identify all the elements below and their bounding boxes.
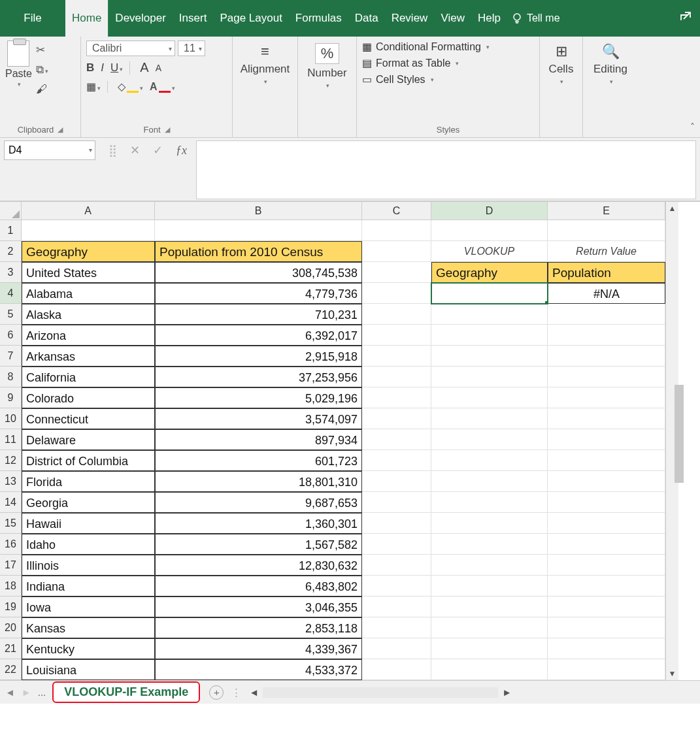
cell[interactable]: 6,392,017 xyxy=(155,325,362,346)
cell[interactable]: Indiana xyxy=(22,576,155,596)
cell[interactable]: Idaho xyxy=(22,534,155,555)
cell[interactable]: 2,853,118 xyxy=(155,617,362,638)
cell[interactable] xyxy=(362,325,431,346)
sheet-prev-button[interactable]: ◄ xyxy=(5,687,15,698)
number-button[interactable]: % Number ▾ xyxy=(303,41,351,91)
row-header[interactable]: 3 xyxy=(0,262,22,283)
row-header[interactable]: 22 xyxy=(0,659,22,680)
cell[interactable] xyxy=(431,638,548,659)
cell[interactable]: Connecticut xyxy=(22,408,155,429)
cell[interactable]: 4,779,736 xyxy=(155,283,362,304)
cell[interactable] xyxy=(362,576,431,596)
cell[interactable] xyxy=(431,304,548,325)
cell[interactable] xyxy=(362,596,431,617)
cell[interactable] xyxy=(431,429,548,450)
formula-input[interactable] xyxy=(196,140,696,199)
share-button[interactable] xyxy=(671,0,700,37)
cell[interactable] xyxy=(431,492,548,513)
dialog-launcher-icon[interactable]: ◢ xyxy=(58,125,63,134)
cell[interactable]: 4,339,367 xyxy=(155,638,362,659)
cell[interactable]: 601,723 xyxy=(155,450,362,471)
cell[interactable] xyxy=(362,638,431,659)
fx-icon[interactable]: ƒx xyxy=(176,144,187,157)
editing-button[interactable]: 🔍 Editing ▾ xyxy=(588,41,633,88)
cell[interactable]: Arizona xyxy=(22,325,155,346)
cell[interactable] xyxy=(431,346,548,367)
vertical-scrollbar[interactable]: ▲ ▼ xyxy=(665,202,678,680)
cell[interactable] xyxy=(548,471,665,492)
cell[interactable] xyxy=(548,638,665,659)
tab-home[interactable]: Home xyxy=(65,0,108,37)
row-header[interactable]: 2 xyxy=(0,241,22,262)
cell[interactable] xyxy=(548,596,665,617)
row-header[interactable]: 17 xyxy=(0,555,22,576)
cell[interactable] xyxy=(548,346,665,367)
scroll-down-icon[interactable]: ▼ xyxy=(669,667,676,680)
row-header[interactable]: 10 xyxy=(0,408,22,429)
tell-me[interactable]: Tell me xyxy=(511,0,560,37)
row-header[interactable]: 18 xyxy=(0,576,22,596)
row-header[interactable]: 13 xyxy=(0,471,22,492)
cell[interactable] xyxy=(362,262,431,283)
format-painter-button[interactable]: 🖌 xyxy=(36,83,48,96)
tab-data[interactable]: Data xyxy=(348,0,385,37)
cell[interactable] xyxy=(362,387,431,408)
row-header[interactable]: 6 xyxy=(0,325,22,346)
cell[interactable]: Louisiana xyxy=(22,659,155,680)
name-box[interactable]: D4▾ xyxy=(4,140,95,160)
col-header-b[interactable]: B xyxy=(155,202,362,220)
cell[interactable] xyxy=(362,367,431,387)
cell[interactable] xyxy=(431,408,548,429)
scroll-right-icon[interactable]: ► xyxy=(502,687,512,698)
tab-help[interactable]: Help xyxy=(471,0,507,37)
cell[interactable]: Florida xyxy=(22,471,155,492)
row-header[interactable]: 4 xyxy=(0,283,22,304)
cell[interactable] xyxy=(431,659,548,680)
paste-button[interactable]: Paste ▾ xyxy=(5,41,32,96)
row-header[interactable]: 8 xyxy=(0,367,22,387)
cell[interactable]: 1,360,301 xyxy=(155,513,362,534)
cell[interactable] xyxy=(431,450,548,471)
cell[interactable]: Kansas xyxy=(22,617,155,638)
tab-developer[interactable]: Developer xyxy=(108,0,173,37)
fill-color-button[interactable]: ◇▾ xyxy=(118,80,143,93)
sheet-overflow[interactable]: ... xyxy=(38,687,46,698)
row-header[interactable]: 21 xyxy=(0,638,22,659)
bold-button[interactable]: B xyxy=(86,61,94,74)
cell[interactable] xyxy=(431,471,548,492)
cell[interactable] xyxy=(548,555,665,576)
underline-button[interactable]: U▾ xyxy=(110,61,123,74)
row-header[interactable]: 16 xyxy=(0,534,22,555)
cell[interactable] xyxy=(548,576,665,596)
cell[interactable] xyxy=(362,555,431,576)
cell[interactable] xyxy=(362,534,431,555)
increase-font-button[interactable]: A xyxy=(140,60,148,75)
cell[interactable] xyxy=(362,241,431,262)
format-as-table-button[interactable]: ▤Format as Table▾ xyxy=(362,57,534,69)
row-header[interactable]: 11 xyxy=(0,429,22,450)
row-header[interactable]: 12 xyxy=(0,450,22,471)
cell[interactable]: 6,483,802 xyxy=(155,576,362,596)
cell[interactable] xyxy=(362,346,431,367)
cell[interactable] xyxy=(431,555,548,576)
cell[interactable] xyxy=(548,513,665,534)
cell[interactable]: Alabama xyxy=(22,283,155,304)
cell[interactable] xyxy=(431,387,548,408)
cell[interactable] xyxy=(362,617,431,638)
file-tab[interactable]: File xyxy=(0,0,65,37)
cell[interactable]: 308,745,538 xyxy=(155,262,362,283)
tab-view[interactable]: View xyxy=(434,0,471,37)
cell[interactable] xyxy=(362,659,431,680)
cell[interactable]: 12,830,632 xyxy=(155,555,362,576)
row-header[interactable]: 19 xyxy=(0,596,22,617)
borders-button[interactable]: ▦▾ xyxy=(86,80,101,93)
cell[interactable] xyxy=(548,387,665,408)
font-name-combo[interactable]: Calibri▾ xyxy=(86,41,175,56)
select-all-corner[interactable] xyxy=(0,202,22,220)
cell[interactable] xyxy=(431,576,548,596)
scroll-up-icon[interactable]: ▲ xyxy=(669,202,676,215)
cell[interactable] xyxy=(548,492,665,513)
cell[interactable] xyxy=(362,220,431,241)
cell[interactable]: Geography xyxy=(431,262,548,283)
cell[interactable] xyxy=(362,408,431,429)
